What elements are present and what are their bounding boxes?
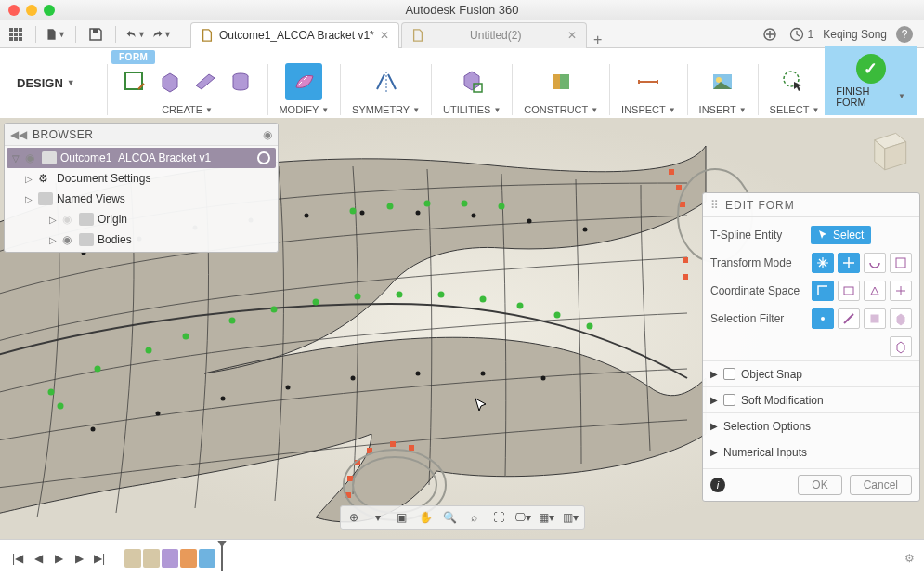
tree-node-origin[interactable]: ▷ ◉ Origin xyxy=(5,209,278,229)
redo-icon[interactable]: ▼ xyxy=(151,24,172,45)
display-settings-icon[interactable]: 🖵▾ xyxy=(512,508,534,527)
create-box-icon[interactable] xyxy=(154,66,186,98)
construct-icon[interactable] xyxy=(542,63,579,100)
filter-body-icon[interactable] xyxy=(890,308,912,329)
viewport-layout-icon[interactable]: ▥▾ xyxy=(560,508,582,527)
workspace-dropdown[interactable]: DESIGN▼ xyxy=(7,50,101,115)
ribbon-symmetry-label[interactable]: SYMMETRY▼ xyxy=(352,104,420,115)
insert-icon[interactable] xyxy=(704,63,741,100)
ribbon-group-inspect: INSPECT▼ xyxy=(621,61,676,115)
drag-handle-icon[interactable]: ⠿ xyxy=(710,199,720,212)
viewport-canvas[interactable]: ◀◀ BROWSER ◉ ▽ ◉ Outcome1_ALCOA Bracket … xyxy=(0,118,924,539)
coord-view-icon[interactable] xyxy=(838,281,860,301)
visibility-icon[interactable]: ◉ xyxy=(62,213,75,226)
tree-node-doc-settings[interactable]: ▷ ⚙ Document Settings xyxy=(5,168,278,189)
create-plane-icon[interactable] xyxy=(189,66,221,98)
edit-form-header[interactable]: ⠿ EDIT FORM xyxy=(703,193,919,217)
timeline-settings-icon[interactable]: ⚙ xyxy=(904,552,915,565)
visibility-icon[interactable]: ◉ xyxy=(62,233,75,246)
browser-header[interactable]: ◀◀ BROWSER ◉ xyxy=(5,124,278,146)
close-window-icon[interactable] xyxy=(8,5,20,16)
zoom-icon[interactable]: 🔍 xyxy=(439,508,462,527)
select-tool-icon[interactable] xyxy=(775,63,813,100)
user-name[interactable]: Keqing Song xyxy=(823,28,887,41)
close-tab-icon[interactable]: ✕ xyxy=(567,29,577,42)
timeline-feature-3[interactable] xyxy=(162,549,178,568)
timeline-feature-1[interactable] xyxy=(124,549,141,568)
grid-settings-icon[interactable]: ▦▾ xyxy=(536,508,558,527)
edit-form-tool-icon[interactable] xyxy=(285,63,322,100)
new-tab-button[interactable]: + xyxy=(589,32,607,48)
transform-mode-multi-icon[interactable] xyxy=(812,253,834,273)
look-at-icon[interactable]: ▣ xyxy=(391,508,413,527)
section-numerical-inputs[interactable]: ▶ Numerical Inputs xyxy=(703,439,919,465)
inspect-icon[interactable] xyxy=(630,63,667,100)
save-icon[interactable] xyxy=(85,24,106,45)
orbit-icon[interactable]: ⊕ xyxy=(343,508,365,527)
tree-node-named-views[interactable]: ▷ Named Views xyxy=(5,189,278,209)
file-menu-icon[interactable]: ▼ xyxy=(46,24,66,45)
timeline-feature-2[interactable] xyxy=(143,549,160,568)
create-sketch-icon[interactable] xyxy=(119,66,150,98)
undo-icon[interactable]: ▼ xyxy=(125,24,146,45)
tree-node-bodies[interactable]: ▷ ◉ Bodies xyxy=(5,229,278,250)
ribbon-select-label[interactable]: SELECT▼ xyxy=(770,104,820,115)
timeline-feature-5[interactable] xyxy=(199,549,215,568)
select-entity-button[interactable]: Select xyxy=(811,226,871,244)
job-status-badge[interactable]: 1 xyxy=(789,27,814,42)
finish-form-button[interactable]: ✓ FINISH FORM▼ xyxy=(825,46,917,115)
ribbon-insert-label[interactable]: INSERT▼ xyxy=(699,104,747,115)
ok-button[interactable]: OK xyxy=(798,475,841,495)
tab-active[interactable]: Outcome1_ALCOA Bracket v1* ✕ xyxy=(190,22,399,48)
timeline-start-icon[interactable]: |◀ xyxy=(9,550,26,567)
grid-menu-icon[interactable] xyxy=(6,24,26,45)
panel-settings-icon[interactable]: ◉ xyxy=(263,128,272,141)
zoom-window-icon[interactable]: ⌕ xyxy=(463,508,486,527)
extensions-icon[interactable] xyxy=(760,24,780,45)
help-icon[interactable]: ? xyxy=(896,26,913,43)
section-selection-options[interactable]: ▶ Selection Options xyxy=(703,412,919,439)
ribbon-inspect-label[interactable]: INSPECT▼ xyxy=(621,104,676,115)
timeline-playhead[interactable] xyxy=(221,545,223,571)
timeline-next-icon[interactable]: ▶ xyxy=(71,550,87,567)
timeline-play-icon[interactable]: ▶ xyxy=(50,550,67,567)
maximize-window-icon[interactable] xyxy=(44,5,55,16)
transform-mode-translate-icon[interactable] xyxy=(838,253,860,273)
collapse-panel-icon[interactable]: ◀◀ xyxy=(10,128,27,141)
transform-mode-rotate-icon[interactable] xyxy=(864,253,886,273)
filter-edge-icon[interactable] xyxy=(838,308,860,329)
timeline-prev-icon[interactable]: ◀ xyxy=(30,550,46,567)
section-object-snap[interactable]: ▶ Object Snap xyxy=(703,360,919,386)
checkbox[interactable] xyxy=(723,394,735,406)
fit-icon[interactable]: ⛶ xyxy=(488,508,510,527)
transform-mode-scale-icon[interactable] xyxy=(890,253,912,273)
orbit-dd-icon[interactable]: ▾ xyxy=(367,508,389,527)
timeline-end-icon[interactable]: ▶| xyxy=(91,550,108,567)
ribbon-construct-label[interactable]: CONSTRUCT▼ xyxy=(524,104,598,115)
cancel-button[interactable]: Cancel xyxy=(850,475,912,495)
checkbox[interactable] xyxy=(723,368,735,380)
utilities-icon[interactable] xyxy=(453,63,490,100)
close-tab-icon[interactable]: ✕ xyxy=(380,29,389,42)
visibility-icon[interactable]: ◉ xyxy=(25,151,38,164)
symmetry-icon[interactable] xyxy=(368,63,405,100)
coord-local-icon[interactable] xyxy=(864,281,886,301)
pan-icon[interactable]: ✋ xyxy=(415,508,437,527)
info-icon[interactable]: i xyxy=(710,478,725,492)
ribbon-modify-label[interactable]: MODIFY▼ xyxy=(279,104,329,115)
coord-selection-icon[interactable] xyxy=(890,281,912,301)
tree-root-node[interactable]: ▽ ◉ Outcome1_ALCOA Bracket v1 xyxy=(7,148,276,168)
activate-radio-icon[interactable] xyxy=(257,151,270,164)
tab-inactive[interactable]: Untitled(2) ✕ xyxy=(401,22,587,48)
section-soft-modification[interactable]: ▶ Soft Modification xyxy=(703,386,919,412)
minimize-window-icon[interactable] xyxy=(26,5,37,16)
view-cube[interactable] xyxy=(862,127,913,178)
create-cylinder-icon[interactable] xyxy=(225,66,256,98)
timeline-feature-4[interactable] xyxy=(180,549,197,568)
filter-face-icon[interactable] xyxy=(864,308,886,329)
coord-world-icon[interactable] xyxy=(812,281,834,301)
filter-vertex-icon[interactable] xyxy=(812,308,834,329)
filter-extra-icon[interactable] xyxy=(890,336,912,357)
ribbon-create-label[interactable]: CREATE▼ xyxy=(162,104,213,115)
ribbon-utilities-label[interactable]: UTILITIES▼ xyxy=(443,104,501,115)
